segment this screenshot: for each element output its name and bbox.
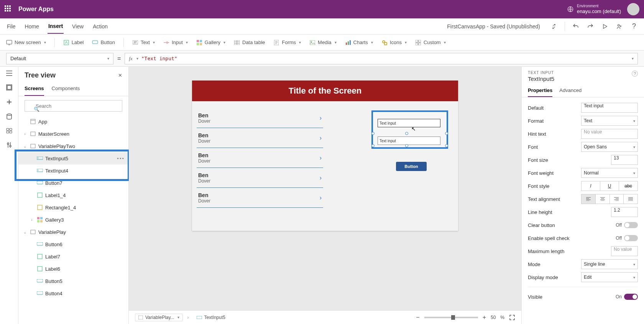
insert-text-button[interactable]: Text▾ [132, 39, 155, 46]
visible-toggle[interactable] [624, 294, 638, 300]
tree-node-variableplaytwo[interactable]: ⌄VariablePlayTwo [18, 140, 128, 152]
textinput4-control[interactable]: Text input [378, 137, 440, 145]
tab-properties[interactable]: Properties [528, 85, 552, 97]
breadcrumb-control[interactable]: TextInput5 [194, 314, 228, 321]
tree-node-masterscreen[interactable]: ›MasterScreen [18, 128, 128, 140]
tree-node-label7[interactable]: Label7 [18, 250, 128, 263]
selection-box[interactable]: Text input Text input [371, 110, 448, 149]
tree-node-app[interactable]: App [18, 115, 128, 128]
app-canvas[interactable]: Title of the Screen BenDover› BenDover› … [192, 81, 458, 231]
add-icon[interactable] [6, 99, 12, 105]
hamburger-icon[interactable] [6, 71, 13, 76]
tree-node-button5[interactable]: Button5 [18, 275, 128, 287]
spellcheck-toggle[interactable] [624, 235, 638, 241]
insert-custom-button[interactable]: Custom▾ [415, 39, 446, 46]
resize-handle[interactable] [405, 132, 408, 135]
data-icon[interactable] [7, 113, 12, 120]
tree-node-label6[interactable]: Label6 [18, 263, 128, 275]
tree-node-gallery3[interactable]: ›Gallery3 [18, 214, 128, 226]
insert-input-button[interactable]: Input▾ [163, 39, 188, 46]
prop-hint-input[interactable]: No value [581, 129, 638, 139]
menu-home[interactable]: Home [24, 20, 40, 33]
underline-button[interactable]: U [600, 181, 619, 191]
prop-fontweight-select[interactable]: Normal▾ [581, 168, 638, 178]
more-icon[interactable]: ••• [117, 156, 125, 161]
resize-handle[interactable] [371, 132, 375, 135]
menu-view[interactable]: View [71, 20, 84, 33]
chevron-right-icon[interactable]: › [320, 174, 322, 181]
insert-forms-button[interactable]: Forms▾ [273, 39, 301, 46]
app-checker-icon[interactable] [550, 23, 558, 30]
play-icon[interactable] [601, 23, 609, 30]
tree-node-rectangle14[interactable]: Rectangle1_4 [18, 201, 128, 214]
textinput5-control[interactable]: Text input [378, 119, 440, 127]
zoom-thumb[interactable] [451, 315, 455, 320]
chevron-right-icon[interactable]: › [320, 135, 322, 141]
resize-handle[interactable] [445, 132, 448, 135]
gallery-control[interactable]: BenDover› BenDover› BenDover› BenDover› … [197, 108, 323, 208]
breadcrumb-screen[interactable]: VariablePlay...▾ [135, 314, 183, 321]
prop-maxlen-input[interactable]: No value [611, 246, 638, 256]
prop-font-select[interactable]: Open Sans▾ [581, 142, 638, 152]
align-right-button[interactable] [610, 194, 624, 204]
italic-button[interactable]: I [581, 181, 600, 191]
zoom-in-icon[interactable]: + [483, 314, 486, 321]
formula-input[interactable]: fx ▾ "Text input" ▾ [125, 53, 638, 64]
insert-media-button[interactable]: Media▾ [309, 39, 336, 46]
tree-node-textinput5[interactable]: TextInput5••• [18, 152, 128, 164]
gallery-row[interactable]: BenDover› [197, 128, 323, 148]
info-icon[interactable]: ? [632, 71, 638, 77]
zoom-out-icon[interactable]: − [416, 314, 419, 321]
user-avatar[interactable] [627, 3, 639, 15]
gallery-row[interactable]: BenDover› [197, 188, 323, 208]
chevron-right-icon[interactable]: › [320, 115, 322, 122]
chevron-right-icon[interactable]: › [320, 194, 322, 201]
strike-button[interactable]: abc [619, 181, 638, 191]
align-center-button[interactable] [596, 194, 610, 204]
tab-screens[interactable]: Screens [25, 83, 44, 96]
tree-node-button7[interactable]: Button7 [18, 177, 128, 189]
resize-handle[interactable] [445, 144, 448, 147]
resize-handle[interactable] [371, 144, 375, 147]
insert-datatable-button[interactable]: Data table [234, 39, 265, 46]
new-screen-button[interactable]: New screen▾ [6, 39, 46, 46]
advanced-tools-icon[interactable] [7, 142, 12, 148]
tree-view-icon[interactable] [6, 84, 12, 90]
prop-displaymode-select[interactable]: Edit▾ [581, 272, 638, 282]
tree-node-variableplay[interactable]: ⌄VariablePlay [18, 226, 128, 238]
gallery-row[interactable]: BenDover› [197, 108, 323, 128]
insert-icons-button[interactable]: Icons▾ [381, 39, 407, 46]
tree-node-label14[interactable]: Label1_4 [18, 189, 128, 201]
prop-default-input[interactable]: Text input [581, 103, 638, 113]
chevron-down-icon[interactable]: ▾ [632, 56, 634, 61]
gallery-row[interactable]: BenDover› [197, 148, 323, 168]
prop-format-select[interactable]: Text▾ [581, 116, 638, 126]
insert-gallery-button[interactable]: Gallery▾ [196, 39, 225, 46]
share-icon[interactable] [616, 23, 623, 30]
chevron-right-icon[interactable]: › [320, 155, 322, 161]
insert-button-button[interactable]: Button [92, 39, 115, 46]
align-left-button[interactable] [581, 194, 596, 204]
tree-node-textinput4[interactable]: TextInput4 [18, 164, 128, 177]
property-selector[interactable]: Default ▾ [6, 53, 113, 64]
help-icon[interactable]: ? [630, 23, 638, 30]
app-launcher-icon[interactable] [5, 5, 12, 13]
undo-icon[interactable] [572, 23, 580, 30]
menu-action[interactable]: Action [92, 20, 108, 33]
tree-node-button4[interactable]: Button4 [18, 287, 128, 299]
tab-components[interactable]: Components [52, 83, 80, 96]
prop-mode-select[interactable]: Single line▾ [581, 259, 638, 269]
tab-advanced[interactable]: Advanced [559, 85, 582, 97]
menu-file[interactable]: File [6, 20, 16, 33]
align-justify-button[interactable] [624, 194, 638, 204]
clearbutton-toggle[interactable] [624, 222, 638, 228]
tree-node-button6[interactable]: Button6 [18, 238, 128, 250]
zoom-slider[interactable] [424, 317, 478, 318]
insert-charts-button[interactable]: Charts▾ [345, 39, 373, 46]
fit-screen-icon[interactable] [509, 314, 515, 321]
prop-lineheight-input[interactable]: 1.2 [611, 207, 638, 217]
redo-icon[interactable] [586, 23, 594, 30]
gallery-row[interactable]: BenDover› [197, 168, 323, 188]
resize-handle[interactable] [405, 144, 408, 147]
environment-selector[interactable]: Environment enayu.com (default) [577, 4, 621, 15]
